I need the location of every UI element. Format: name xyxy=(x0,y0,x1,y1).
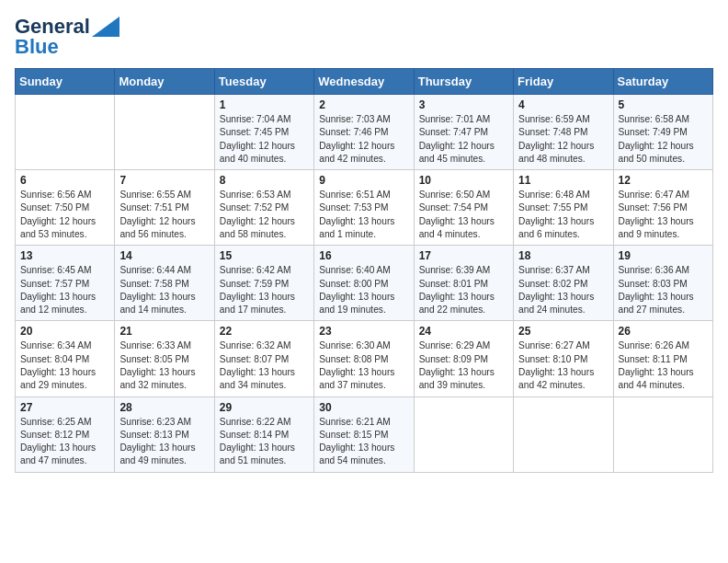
day-info: Sunrise: 6:33 AMSunset: 8:05 PMDaylight:… xyxy=(119,339,209,392)
day-cell: 20 Sunrise: 6:34 AMSunset: 8:04 PMDaylig… xyxy=(16,321,115,396)
day-number: 5 xyxy=(619,98,708,111)
day-info: Sunrise: 6:36 AMSunset: 8:03 PMDaylight:… xyxy=(619,264,708,316)
day-number: 9 xyxy=(319,174,408,187)
day-number: 8 xyxy=(220,174,309,187)
day-number: 22 xyxy=(220,325,309,338)
day-number: 1 xyxy=(220,98,309,111)
page-header: General Blue xyxy=(15,15,713,59)
day-number: 20 xyxy=(20,325,109,338)
day-number: 30 xyxy=(319,401,408,414)
day-info: Sunrise: 6:45 AMSunset: 7:57 PMDaylight:… xyxy=(20,264,109,316)
day-cell: 17 Sunrise: 6:39 AMSunset: 8:01 PMDaylig… xyxy=(414,246,513,321)
day-number: 16 xyxy=(319,249,408,262)
day-info: Sunrise: 6:51 AMSunset: 7:53 PMDaylight:… xyxy=(319,189,408,241)
day-number: 18 xyxy=(518,249,608,262)
day-info: Sunrise: 6:53 AMSunset: 7:52 PMDaylight:… xyxy=(220,189,309,241)
day-info: Sunrise: 6:39 AMSunset: 8:01 PMDaylight:… xyxy=(419,264,508,316)
day-info: Sunrise: 6:23 AMSunset: 8:13 PMDaylight:… xyxy=(119,416,209,468)
col-header-wednesday: Wednesday xyxy=(314,69,414,95)
day-cell: 11 Sunrise: 6:48 AMSunset: 7:55 PMDaylig… xyxy=(514,170,613,246)
day-cell xyxy=(115,95,214,170)
day-info: Sunrise: 6:27 AMSunset: 8:10 PMDaylight:… xyxy=(518,339,608,392)
week-row-4: 20 Sunrise: 6:34 AMSunset: 8:04 PMDaylig… xyxy=(16,321,713,396)
day-number: 23 xyxy=(319,325,408,338)
day-info: Sunrise: 6:56 AMSunset: 7:50 PMDaylight:… xyxy=(20,189,109,241)
logo-blue: Blue xyxy=(15,35,59,59)
day-cell: 1 Sunrise: 7:04 AMSunset: 7:45 PMDayligh… xyxy=(214,95,313,170)
col-header-monday: Monday xyxy=(115,69,214,95)
day-cell: 12 Sunrise: 6:47 AMSunset: 7:56 PMDaylig… xyxy=(613,170,712,246)
day-info: Sunrise: 6:55 AMSunset: 7:51 PMDaylight:… xyxy=(119,189,209,241)
col-header-friday: Friday xyxy=(514,69,613,95)
day-number: 26 xyxy=(619,325,708,338)
day-cell: 21 Sunrise: 6:33 AMSunset: 8:05 PMDaylig… xyxy=(115,321,214,396)
week-row-3: 13 Sunrise: 6:45 AMSunset: 7:57 PMDaylig… xyxy=(16,246,713,321)
day-cell: 3 Sunrise: 7:01 AMSunset: 7:47 PMDayligh… xyxy=(414,95,513,170)
calendar-table: SundayMondayTuesdayWednesdayThursdayFrid… xyxy=(15,68,713,473)
col-header-saturday: Saturday xyxy=(613,69,712,95)
day-number: 7 xyxy=(119,174,209,187)
day-cell: 18 Sunrise: 6:37 AMSunset: 8:02 PMDaylig… xyxy=(514,246,613,321)
col-header-tuesday: Tuesday xyxy=(214,69,313,95)
day-cell xyxy=(514,396,613,472)
logo: General Blue xyxy=(15,15,119,59)
day-number: 14 xyxy=(119,249,209,262)
day-info: Sunrise: 6:34 AMSunset: 8:04 PMDaylight:… xyxy=(20,339,109,392)
day-info: Sunrise: 6:29 AMSunset: 8:09 PMDaylight:… xyxy=(419,339,508,392)
week-row-2: 6 Sunrise: 6:56 AMSunset: 7:50 PMDayligh… xyxy=(16,170,713,246)
day-cell: 30 Sunrise: 6:21 AMSunset: 8:15 PMDaylig… xyxy=(314,396,414,472)
day-number: 27 xyxy=(20,401,109,414)
day-cell: 26 Sunrise: 6:26 AMSunset: 8:11 PMDaylig… xyxy=(613,321,712,396)
day-number: 25 xyxy=(518,325,608,338)
day-cell: 2 Sunrise: 7:03 AMSunset: 7:46 PMDayligh… xyxy=(314,95,414,170)
day-cell: 4 Sunrise: 6:59 AMSunset: 7:48 PMDayligh… xyxy=(514,95,613,170)
day-info: Sunrise: 7:04 AMSunset: 7:45 PMDaylight:… xyxy=(220,113,309,166)
col-header-thursday: Thursday xyxy=(414,69,513,95)
day-number: 13 xyxy=(20,249,109,262)
day-cell: 27 Sunrise: 6:25 AMSunset: 8:12 PMDaylig… xyxy=(16,396,115,472)
day-info: Sunrise: 6:37 AMSunset: 8:02 PMDaylight:… xyxy=(518,264,608,316)
day-number: 15 xyxy=(220,249,309,262)
day-number: 11 xyxy=(518,174,608,187)
day-info: Sunrise: 6:30 AMSunset: 8:08 PMDaylight:… xyxy=(319,339,408,392)
day-cell: 15 Sunrise: 6:42 AMSunset: 7:59 PMDaylig… xyxy=(214,246,313,321)
day-info: Sunrise: 6:22 AMSunset: 8:14 PMDaylight:… xyxy=(220,416,309,468)
day-info: Sunrise: 6:44 AMSunset: 7:58 PMDaylight:… xyxy=(119,264,209,316)
week-row-1: 1 Sunrise: 7:04 AMSunset: 7:45 PMDayligh… xyxy=(16,95,713,170)
day-number: 12 xyxy=(619,174,708,187)
day-info: Sunrise: 6:47 AMSunset: 7:56 PMDaylight:… xyxy=(619,189,708,241)
day-number: 29 xyxy=(220,401,309,414)
day-number: 4 xyxy=(518,98,608,111)
logo-icon xyxy=(92,17,119,37)
day-cell: 10 Sunrise: 6:50 AMSunset: 7:54 PMDaylig… xyxy=(414,170,513,246)
week-row-5: 27 Sunrise: 6:25 AMSunset: 8:12 PMDaylig… xyxy=(16,396,713,472)
day-cell xyxy=(414,396,513,472)
day-cell: 5 Sunrise: 6:58 AMSunset: 7:49 PMDayligh… xyxy=(613,95,712,170)
day-number: 21 xyxy=(119,325,209,338)
day-number: 10 xyxy=(419,174,508,187)
calendar-header: SundayMondayTuesdayWednesdayThursdayFrid… xyxy=(16,69,713,95)
day-cell: 24 Sunrise: 6:29 AMSunset: 8:09 PMDaylig… xyxy=(414,321,513,396)
day-cell xyxy=(613,396,712,472)
day-info: Sunrise: 6:42 AMSunset: 7:59 PMDaylight:… xyxy=(220,264,309,316)
day-cell: 14 Sunrise: 6:44 AMSunset: 7:58 PMDaylig… xyxy=(115,246,214,321)
day-cell: 23 Sunrise: 6:30 AMSunset: 8:08 PMDaylig… xyxy=(314,321,414,396)
day-info: Sunrise: 7:01 AMSunset: 7:47 PMDaylight:… xyxy=(419,113,508,166)
day-cell: 28 Sunrise: 6:23 AMSunset: 8:13 PMDaylig… xyxy=(115,396,214,472)
day-info: Sunrise: 6:58 AMSunset: 7:49 PMDaylight:… xyxy=(619,113,708,166)
svg-marker-0 xyxy=(92,17,119,37)
day-cell: 25 Sunrise: 6:27 AMSunset: 8:10 PMDaylig… xyxy=(514,321,613,396)
day-cell: 22 Sunrise: 6:32 AMSunset: 8:07 PMDaylig… xyxy=(214,321,313,396)
day-cell: 7 Sunrise: 6:55 AMSunset: 7:51 PMDayligh… xyxy=(115,170,214,246)
day-number: 3 xyxy=(419,98,508,111)
day-cell xyxy=(16,95,115,170)
day-info: Sunrise: 6:21 AMSunset: 8:15 PMDaylight:… xyxy=(319,416,408,468)
day-info: Sunrise: 6:26 AMSunset: 8:11 PMDaylight:… xyxy=(619,339,708,392)
day-cell: 19 Sunrise: 6:36 AMSunset: 8:03 PMDaylig… xyxy=(613,246,712,321)
day-info: Sunrise: 6:59 AMSunset: 7:48 PMDaylight:… xyxy=(518,113,608,166)
day-number: 19 xyxy=(619,249,708,262)
day-info: Sunrise: 6:40 AMSunset: 8:00 PMDaylight:… xyxy=(319,264,408,316)
day-number: 17 xyxy=(419,249,508,262)
day-info: Sunrise: 6:25 AMSunset: 8:12 PMDaylight:… xyxy=(20,416,109,468)
day-cell: 29 Sunrise: 6:22 AMSunset: 8:14 PMDaylig… xyxy=(214,396,313,472)
